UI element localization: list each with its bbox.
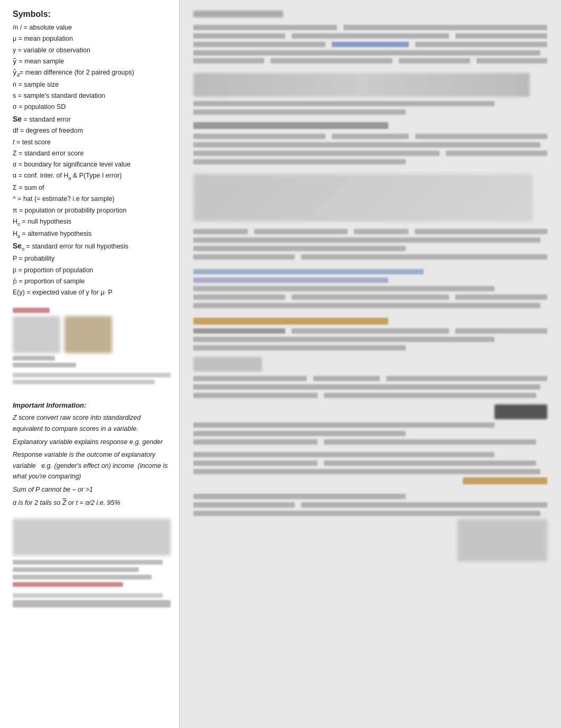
symbol-se-null: Seo = standard error for null hypothesis [13, 240, 171, 253]
right-section-9 [193, 404, 547, 445]
right-section-8 [193, 357, 547, 398]
left-blurred-section [13, 308, 171, 384]
symbol-probability: P = probability [13, 253, 171, 264]
symbol-degrees-freedom: df = degrees of freedom [13, 125, 171, 136]
symbol-z-score: Z = standard error score [13, 148, 171, 159]
right-section-11 [193, 494, 547, 561]
symbol-std-deviation: s = sample's standard deviation [13, 90, 171, 102]
symbol-mean-population: μ = mean population [13, 33, 171, 44]
left-panel: Symbols: /n / = absolute value μ = mean … [0, 0, 180, 728]
symbol-expected-value: E(y) = expected value of y for μ· P [13, 287, 171, 298]
right-section-1 [193, 25, 547, 63]
symbol-population-sd: σ = population SD [13, 102, 171, 113]
symbol-hat: ^ = hat (= estimate? i.e for sample) [13, 193, 171, 205]
symbol-standard-error: Se = standard error [13, 113, 171, 126]
symbol-proportion-pop: p = proportion of population [13, 265, 171, 276]
important-body: Z score convert raw score into standardi… [13, 412, 171, 508]
symbol-mean-sample: ȳ = mean sample [13, 56, 171, 67]
right-big-block [193, 174, 533, 222]
left-bottom-blurred [13, 519, 171, 607]
symbol-alpha-boundary: α = boundary for significance level valu… [13, 159, 171, 170]
symbol-proportion-sample: p̂ = proportion of sample [13, 276, 171, 287]
symbol-sample-size: n = sample size [13, 79, 171, 90]
symbol-alt-hyp: Ha = alternative hypothesis [13, 228, 171, 241]
right-section-10 [193, 452, 547, 484]
symbols-list: /n / = absolute value μ = mean populatio… [13, 22, 171, 298]
important-line-1: Z score convert raw score into standardi… [13, 412, 171, 434]
symbols-heading: Symbols: [13, 10, 171, 19]
right-section-3 [193, 122, 547, 164]
page-container: Symbols: /n / = absolute value μ = mean … [0, 0, 561, 728]
right-content [189, 5, 551, 576]
right-panel [180, 0, 561, 728]
symbol-variable-observation: y = variable or observation [13, 45, 171, 56]
right-section-7 [193, 318, 547, 351]
important-line-4: Sum of P cannot be – or >1 [13, 484, 171, 495]
symbol-pi: π = population or probability proportion [13, 205, 171, 216]
important-section: Important Information: Z score convert r… [13, 401, 171, 508]
symbol-alpha-conf: α = conf. inter. of Ha & P(Type I error) [13, 170, 171, 182]
right-section-5 [193, 229, 547, 260]
symbol-absolute-value: /n / = absolute value [13, 22, 171, 33]
right-section-6 [193, 269, 547, 308]
symbol-null-hyp: Ho = null hypothesis [13, 216, 171, 228]
right-section-2 [193, 73, 547, 115]
right-title-blurred [193, 11, 283, 17]
symbol-test-score: t = test score [13, 137, 171, 148]
important-line-3: Response variable is the outcome of expl… [13, 449, 171, 482]
symbol-sum: Σ = sum of [13, 182, 171, 193]
important-line-2: Explanatory variable explains response e… [13, 437, 171, 448]
important-title: Important Information: [13, 401, 171, 409]
symbol-mean-difference: ȳd= mean difference (for 2 paired groups… [13, 67, 171, 79]
important-line-5: α is for 2 tails so Z or t = α/2 i.e. 95… [13, 497, 171, 509]
